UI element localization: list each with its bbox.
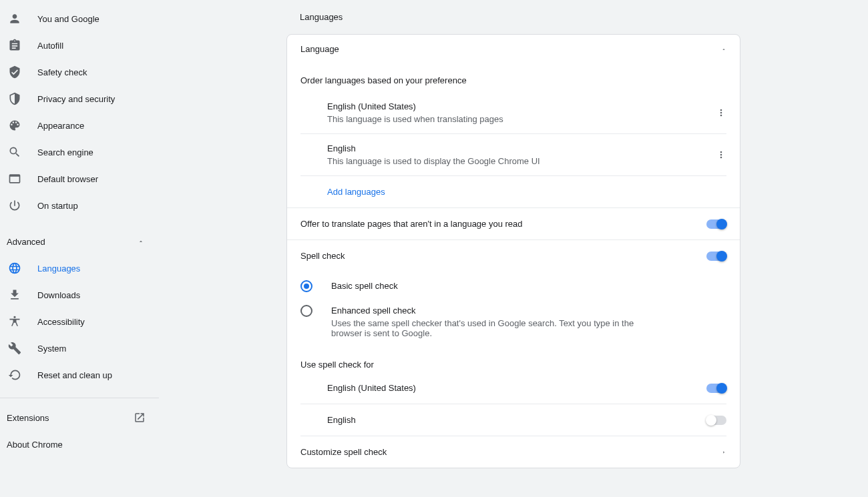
sidebar-item-label: Privacy and security <box>37 94 115 104</box>
clipboard-icon <box>8 39 21 52</box>
sidebar-item-label: System <box>37 344 66 354</box>
divider <box>0 398 159 398</box>
browser-icon <box>8 172 21 185</box>
sidebar-item-label: On startup <box>37 201 78 211</box>
language-name: English (United States) <box>327 101 503 111</box>
sidebar-item-system[interactable]: System <box>0 338 159 359</box>
order-languages-label: Order languages based on your preference <box>287 63 740 92</box>
globe-icon <box>8 262 21 275</box>
more-vert-icon[interactable] <box>716 149 726 160</box>
wrench-icon <box>8 342 21 355</box>
radio-icon <box>300 305 312 317</box>
shield-check-icon <box>8 65 21 79</box>
language-section-header[interactable]: Language <box>287 35 740 63</box>
person-icon <box>8 12 21 25</box>
translate-offer-row: Offer to translate pages that aren't in … <box>287 207 740 239</box>
restore-icon <box>8 368 21 382</box>
palette-icon <box>8 119 21 132</box>
use-spellcheck-for-label: Use spell check for <box>287 352 740 372</box>
translate-offer-label: Offer to translate pages that aren't in … <box>300 219 523 229</box>
customize-spellcheck-label: Customize spell check <box>300 447 387 457</box>
add-languages-button[interactable]: Add languages <box>287 176 740 207</box>
translate-toggle[interactable] <box>706 219 726 229</box>
sidebar-item-label: Safety check <box>37 67 87 77</box>
radio-desc: Uses the same spell checker that's used … <box>331 318 638 338</box>
spellcheck-options: Basic spell check Enhanced spell check U… <box>287 272 740 352</box>
spellcheck-language-name: English (United States) <box>327 383 416 393</box>
sidebar-item-search-engine[interactable]: Search engine <box>0 141 159 163</box>
download-icon <box>8 288 21 302</box>
sidebar-item-label: Accessibility <box>37 317 85 327</box>
radio-enhanced-spellcheck[interactable]: Enhanced spell check Uses the same spell… <box>300 299 726 345</box>
spellcheck-label: Spell check <box>300 251 345 261</box>
chevron-right-icon <box>721 450 726 455</box>
language-name: English <box>327 143 540 153</box>
radio-icon <box>300 280 312 292</box>
advanced-label: Advanced <box>7 237 45 247</box>
sidebar-item-label: Autofill <box>37 41 63 51</box>
sidebar-item-privacy[interactable]: Privacy and security <box>0 88 159 109</box>
open-in-new-icon <box>134 412 146 424</box>
language-row: English This language is used to display… <box>300 134 726 176</box>
sidebar-item-extensions[interactable]: Extensions <box>0 404 159 432</box>
sidebar: You and Google Autofill Safety check Pri… <box>0 0 159 497</box>
sidebar-item-label: Reset and clean up <box>37 370 112 380</box>
spellcheck-lang-toggle[interactable] <box>706 416 726 425</box>
sidebar-item-accessibility[interactable]: Accessibility <box>0 311 159 332</box>
extensions-label: Extensions <box>7 413 49 423</box>
sidebar-item-reset[interactable]: Reset and clean up <box>0 364 159 386</box>
radio-basic-spellcheck[interactable]: Basic spell check <box>300 274 726 299</box>
sidebar-item-languages[interactable]: Languages <box>0 258 159 279</box>
chevron-up-icon <box>138 238 144 245</box>
sidebar-item-label: You and Google <box>37 14 99 24</box>
radio-label: Basic spell check <box>331 281 398 291</box>
settings-card: Language Order languages based on your p… <box>286 34 740 468</box>
sidebar-item-about[interactable]: About Chrome <box>0 432 159 458</box>
language-list: English (United States) This language is… <box>287 92 740 176</box>
sidebar-item-on-startup[interactable]: On startup <box>0 195 159 216</box>
spellcheck-toggle[interactable] <box>706 252 726 261</box>
sidebar-item-label: Default browser <box>37 174 98 184</box>
chevron-up-icon <box>721 47 726 52</box>
sidebar-item-autofill[interactable]: Autofill <box>0 35 159 56</box>
about-label: About Chrome <box>7 440 63 450</box>
spellcheck-language-name: English <box>327 415 356 425</box>
customize-spellcheck-row[interactable]: Customize spell check <box>287 436 740 468</box>
radio-label: Enhanced spell check <box>331 306 638 316</box>
sidebar-item-label: Languages <box>37 264 80 274</box>
spellcheck-language-row: English (United States) <box>300 372 726 404</box>
language-desc: This language is used to display the Goo… <box>327 156 540 166</box>
language-header-label: Language <box>300 44 339 54</box>
advanced-toggle[interactable]: Advanced <box>0 228 159 255</box>
main-content: Languages Language Order languages based… <box>159 0 868 497</box>
sidebar-item-label: Downloads <box>37 290 80 300</box>
shield-icon <box>8 92 21 105</box>
language-desc: This language is used when translating p… <box>327 114 503 124</box>
sidebar-item-safety-check[interactable]: Safety check <box>0 61 159 83</box>
spellcheck-row: Spell check <box>287 239 740 272</box>
sidebar-item-downloads[interactable]: Downloads <box>0 284 159 306</box>
search-icon <box>8 145 21 159</box>
sidebar-item-label: Appearance <box>37 121 84 131</box>
language-row: English (United States) This language is… <box>300 92 726 134</box>
more-vert-icon[interactable] <box>716 107 726 118</box>
spellcheck-lang-toggle[interactable] <box>706 384 726 393</box>
page-title: Languages <box>286 12 740 34</box>
sidebar-item-you-and-google[interactable]: You and Google <box>0 8 159 29</box>
spellcheck-language-row: English <box>300 404 726 436</box>
sidebar-item-appearance[interactable]: Appearance <box>0 115 159 136</box>
accessibility-icon <box>8 315 21 328</box>
sidebar-item-label: Search engine <box>37 147 93 157</box>
power-icon <box>8 199 21 212</box>
spellcheck-language-list: English (United States) English <box>287 372 740 436</box>
sidebar-item-default-browser[interactable]: Default browser <box>0 168 159 189</box>
